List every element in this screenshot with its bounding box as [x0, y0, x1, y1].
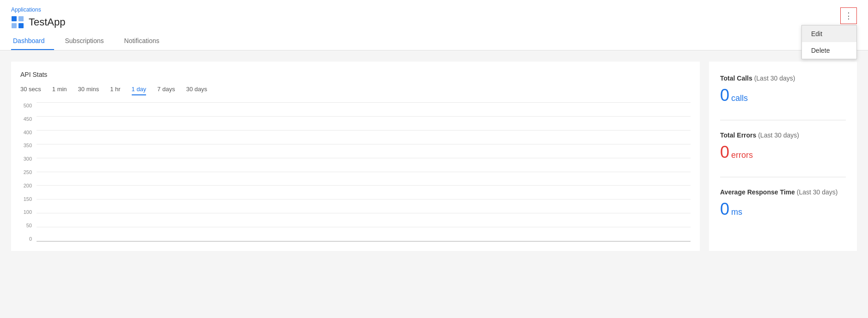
dropdown-delete[interactable]: Delete: [802, 42, 856, 59]
y-label-50: 50: [20, 223, 32, 228]
time-filter-1day[interactable]: 1 day: [132, 86, 147, 95]
grid-line-300: [37, 158, 691, 158]
y-label-500: 500: [20, 103, 32, 108]
tab-notifications[interactable]: Notifications: [122, 32, 169, 50]
y-label-250: 250: [20, 169, 32, 175]
grid-line-350: [37, 144, 691, 144]
tabs: Dashboard Subscriptions Notifications: [11, 32, 857, 50]
time-filter-1min[interactable]: 1 min: [52, 86, 67, 95]
chart-title: API Stats: [20, 71, 691, 78]
grid-line-150: [37, 199, 691, 200]
y-axis: 0 50 100 150 200 250 300 350 400 450 500: [20, 103, 37, 242]
app-icon: [11, 16, 24, 29]
grid-line-500: [37, 102, 691, 103]
grid-line-200: [37, 185, 691, 186]
chart-area: 0 50 100 150 200 250 300 350 400 450 500: [20, 103, 691, 242]
time-filter-30secs[interactable]: 30 secs: [20, 86, 41, 95]
stat-avg-response-value: 0ms: [720, 200, 846, 219]
grid-line-400: [37, 130, 691, 131]
y-label-0: 0: [20, 236, 32, 242]
chart-panel: API Stats 30 secs 1 min 30 mins 1 hr 1 d…: [11, 62, 700, 251]
grid-line-450: [37, 116, 691, 117]
stat-total-errors-label: Total Errors (Last 30 days): [720, 131, 846, 139]
y-label-300: 300: [20, 156, 32, 162]
stat-total-errors: Total Errors (Last 30 days) 0errors: [720, 131, 846, 162]
y-label-200: 200: [20, 183, 32, 188]
grid-line-250: [37, 172, 691, 172]
stats-panel: Total Calls (Last 30 days) 0calls Total …: [709, 62, 857, 251]
stat-total-calls-value: 0calls: [720, 86, 846, 105]
grid-line-0: [37, 241, 691, 241]
dropdown-edit[interactable]: Edit: [802, 25, 856, 42]
tab-subscriptions[interactable]: Subscriptions: [63, 32, 113, 50]
stat-total-calls: Total Calls (Last 30 days) 0calls: [720, 75, 846, 105]
stat-avg-response-unit: ms: [731, 207, 742, 217]
stat-avg-response: Average Response Time (Last 30 days) 0ms: [720, 188, 846, 219]
time-filter-7days[interactable]: 7 days: [157, 86, 175, 95]
stat-total-calls-suffix: (Last 30 days): [754, 75, 795, 82]
stat-total-calls-label: Total Calls (Last 30 days): [720, 75, 846, 82]
main-content: API Stats 30 secs 1 min 30 mins 1 hr 1 d…: [0, 50, 868, 262]
header: Applications TestApp Dashboard Subscript…: [0, 0, 868, 50]
stat-total-errors-suffix: (Last 30 days): [758, 131, 799, 139]
app-title-row: TestApp: [11, 13, 857, 29]
time-filter-1hr[interactable]: 1 hr: [110, 86, 120, 95]
time-filters: 30 secs 1 min 30 mins 1 hr 1 day 7 days …: [20, 86, 691, 95]
dropdown-menu: Edit Delete: [801, 25, 857, 59]
tab-dashboard[interactable]: Dashboard: [11, 32, 54, 50]
y-label-350: 350: [20, 143, 32, 148]
y-label-400: 400: [20, 130, 32, 135]
grid-line-50: [37, 227, 691, 227]
time-filter-30days[interactable]: 30 days: [186, 86, 208, 95]
breadcrumb[interactable]: Applications: [11, 0, 857, 13]
stat-avg-response-suffix: (Last 30 days): [797, 188, 838, 196]
stat-total-errors-unit: errors: [731, 150, 753, 160]
svg-rect-2: [12, 23, 17, 28]
y-label-150: 150: [20, 196, 32, 202]
time-filter-30mins[interactable]: 30 mins: [78, 86, 99, 95]
grid-line-100: [37, 213, 691, 213]
stat-divider-2: [720, 177, 846, 177]
stat-divider-1: [720, 120, 846, 120]
stat-avg-response-label: Average Response Time (Last 30 days): [720, 188, 846, 196]
svg-rect-1: [18, 16, 24, 21]
svg-rect-0: [12, 16, 17, 21]
page-title: TestApp: [29, 16, 66, 28]
y-label-450: 450: [20, 116, 32, 122]
kebab-button[interactable]: ⋮: [840, 7, 857, 24]
chart-grid: [37, 103, 691, 242]
svg-rect-3: [18, 23, 24, 28]
stat-total-calls-unit: calls: [731, 94, 748, 103]
y-label-100: 100: [20, 209, 32, 215]
stat-total-errors-value: 0errors: [720, 143, 846, 162]
